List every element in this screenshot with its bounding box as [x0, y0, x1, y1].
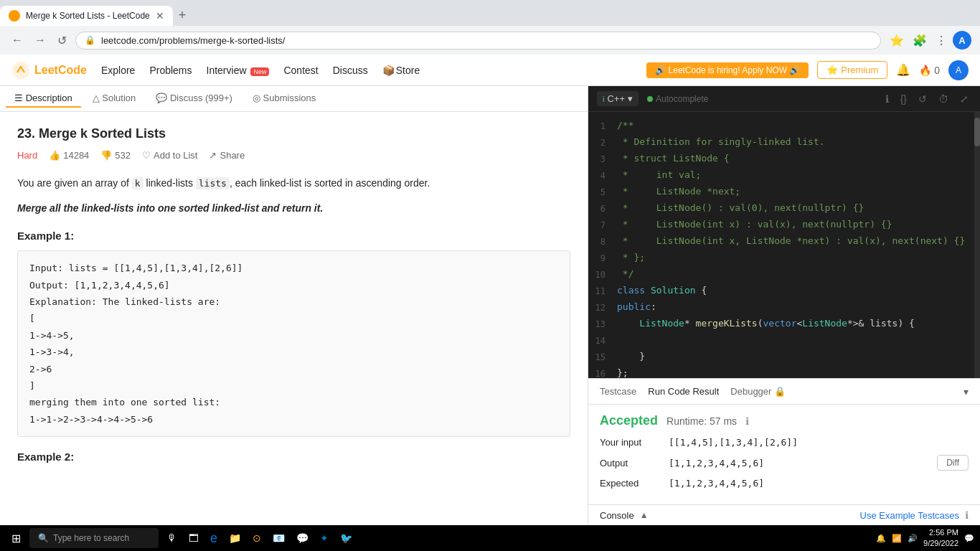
console-label[interactable]: Console: [600, 510, 634, 521]
diff-button[interactable]: Diff: [937, 455, 969, 471]
tab-run-code-result[interactable]: Run Code Result: [648, 386, 719, 397]
code-line-16: 16};: [588, 365, 980, 378]
share-icon: ↗: [209, 150, 217, 161]
nav-discuss[interactable]: Discuss: [333, 65, 368, 76]
forward-button[interactable]: →: [32, 31, 49, 50]
result-info-icon[interactable]: ℹ: [745, 415, 749, 427]
taskbar-chrome-button[interactable]: ⊙: [250, 529, 264, 547]
fire-streak[interactable]: 🔥 0: [919, 65, 940, 76]
active-tab[interactable]: Merge k Sorted Lists - LeetCode ✕: [0, 6, 173, 26]
your-input-label: Your input: [600, 437, 657, 448]
expected-label: Expected: [600, 478, 657, 489]
lc-header: LeetCode Explore Problems Interview New …: [0, 55, 980, 86]
code-actions: ℹ {} ↺ ⏱ ⤢: [882, 92, 971, 106]
output-label: Output: [600, 458, 657, 468]
scrollbar-thumb[interactable]: [974, 118, 980, 146]
back-button[interactable]: ←: [9, 31, 26, 50]
example-1-line1: 1->4->5,: [29, 327, 558, 344]
console-info-icon[interactable]: ℹ: [965, 509, 969, 521]
thumbs-down-icon: 👎: [100, 150, 112, 161]
url-bar[interactable]: 🔒 leetcode.com/problems/merge-k-sorted-l…: [75, 32, 881, 50]
thumbs-up-icon: 👍: [49, 150, 60, 161]
output-value: [1,1,2,3,4,4,5,6]: [669, 458, 925, 468]
problem-description: You are given an array of k linked-lists…: [17, 175, 570, 466]
profile-icon[interactable]: A: [953, 31, 971, 50]
tab-testcase[interactable]: Testcase: [600, 386, 636, 397]
likes-count[interactable]: 👍 14284: [49, 150, 89, 161]
difficulty-badge: Hard: [17, 150, 37, 161]
menu-button[interactable]: ⋮: [933, 31, 950, 50]
scrollbar-track[interactable]: [974, 112, 980, 378]
taskbar-search[interactable]: 🔍 Type here to search: [29, 528, 159, 548]
refresh-button[interactable]: ↺: [55, 31, 70, 50]
taskbar-task-view-button[interactable]: 🗔: [186, 529, 202, 547]
code-line-1: 1/**: [588, 118, 980, 134]
expand-bottom-icon[interactable]: ▾: [963, 386, 969, 397]
svg-point-0: [12, 62, 29, 79]
taskbar-cortana-button[interactable]: 🎙: [164, 529, 180, 547]
tab-description[interactable]: ☰ Description: [6, 90, 81, 108]
nav-contest[interactable]: Contest: [283, 65, 318, 76]
taskbar-vscode-button[interactable]: ✦: [317, 529, 331, 547]
nav-store[interactable]: 📦Store: [382, 65, 420, 76]
code-line-5: 5 * ListNode *next;: [588, 184, 980, 200]
taskbar-mail-button[interactable]: 📧: [270, 529, 288, 547]
user-avatar[interactable]: A: [948, 60, 969, 80]
tab-close-button[interactable]: ✕: [156, 10, 164, 22]
problem-panel: ☰ Description △ Solution 💬 Discuss (999+…: [0, 86, 588, 551]
braces-button[interactable]: {}: [897, 92, 910, 106]
taskbar-explorer-button[interactable]: 📁: [226, 529, 244, 547]
dislikes-count[interactable]: 👎 532: [100, 150, 131, 161]
nav-interview[interactable]: Interview New: [207, 65, 270, 76]
example-1-output: Output: [1,1,2,3,4,4,5,6]: [29, 277, 558, 293]
address-bar: ← → ↺ 🔒 leetcode.com/problems/merge-k-so…: [0, 26, 980, 55]
example-1-line2: 1->3->4,: [29, 344, 558, 360]
code-line-7: 7 * ListNode(int x) : val(x), next(nullp…: [588, 217, 980, 233]
hiring-banner[interactable]: 🔊 LeetCode is hiring! Apply NOW 🔊: [646, 62, 809, 78]
nav-problems[interactable]: Problems: [149, 65, 192, 76]
extension-button[interactable]: 🧩: [910, 31, 930, 50]
lc-nav: Explore Problems Interview New Contest D…: [101, 65, 420, 76]
problem-tabs: ☰ Description △ Solution 💬 Discuss (999+…: [0, 86, 588, 112]
taskbar-twitter-button[interactable]: 🐦: [337, 529, 355, 547]
accepted-row: Accepted Runtime: 57 ms ℹ: [600, 413, 969, 428]
taskbar-notification-icon[interactable]: 🔔: [876, 534, 886, 543]
taskbar-edge-button[interactable]: e: [207, 528, 220, 549]
browser-actions: ⭐ 🧩 ⋮ A: [887, 31, 971, 50]
example-1-line3: 2->6: [29, 361, 558, 377]
premium-button[interactable]: ⭐Premium: [817, 61, 887, 79]
taskbar-notification-center-icon[interactable]: 💬: [964, 534, 974, 543]
problem-title: 23. Merge k Sorted Lists: [17, 126, 570, 141]
expected-value: [1,1,2,3,4,4,5,6]: [669, 478, 969, 489]
expected-row: Expected [1,1,2,3,4,4,5,6]: [600, 478, 969, 489]
info-button[interactable]: ℹ: [882, 92, 892, 106]
problem-meta: Hard 👍 14284 👎 532 ♡ Add to List ↗ Share: [17, 150, 570, 161]
tab-submissions[interactable]: ◎ Submissions: [244, 90, 324, 108]
reset-button[interactable]: ↺: [915, 92, 930, 106]
new-tab-button[interactable]: +: [173, 5, 192, 26]
code-lines: 1/** 2 * Definition for singly-linked li…: [588, 112, 980, 378]
settings-button[interactable]: ⏱: [936, 92, 951, 106]
tab-debugger[interactable]: Debugger 🔒: [730, 386, 786, 397]
your-input-value: [[1,4,5],[1,3,4],[2,6]]: [669, 437, 969, 448]
add-to-list-button[interactable]: ♡ Add to List: [142, 150, 197, 161]
nav-explore[interactable]: Explore: [101, 65, 135, 76]
use-example-testcases-link[interactable]: Use Example Testcases: [860, 510, 960, 521]
start-button[interactable]: ⊞: [6, 529, 27, 548]
tab-solution[interactable]: △ Solution: [84, 90, 145, 108]
taskbar-right: 🔔 📶 🔊 2:56 PM 9/29/2022 💬: [876, 527, 974, 550]
taskbar-teams-button[interactable]: 💬: [293, 529, 311, 547]
code-editor[interactable]: 1/** 2 * Definition for singly-linked li…: [588, 112, 980, 378]
share-button[interactable]: ↗ Share: [209, 150, 245, 161]
tab-discuss[interactable]: 💬 Discuss (999+): [147, 90, 241, 108]
example-2-title: Example 2:: [17, 448, 570, 466]
bell-icon[interactable]: 🔔: [896, 63, 910, 77]
expand-button[interactable]: ⤢: [957, 92, 971, 106]
language-selector[interactable]: i C++ ▾: [597, 91, 639, 106]
taskbar-network-icon: 📶: [892, 534, 902, 543]
header-right: 🔊 LeetCode is hiring! Apply NOW 🔊 ⭐Premi…: [646, 60, 969, 80]
lc-logo[interactable]: LeetCode: [11, 61, 87, 80]
bookmark-button[interactable]: ⭐: [887, 31, 907, 50]
taskbar-time[interactable]: 2:56 PM 9/29/2022: [923, 527, 958, 550]
autocomplete-button[interactable]: Autocomplete: [647, 94, 708, 104]
